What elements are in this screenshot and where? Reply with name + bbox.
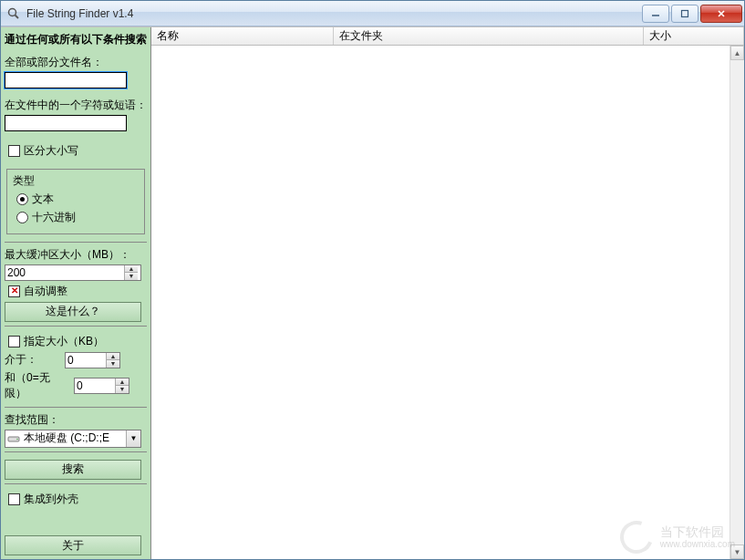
shell-checkbox[interactable] [8,493,20,505]
and-spinner[interactable]: ▲▼ [74,378,129,394]
vertical-scrollbar[interactable]: ▲ ▼ [729,46,744,559]
scroll-down-icon[interactable]: ▼ [730,544,744,559]
size-enable-row[interactable]: 指定大小（KB） [5,334,147,349]
filename-input[interactable] [5,72,127,88]
drive-icon [5,434,22,443]
autoadjust-checkbox[interactable]: ✕ [8,285,20,297]
whatis-button[interactable]: 这是什么？ [5,302,141,322]
minimize-button[interactable] [642,5,669,23]
and-arrows[interactable]: ▲▼ [115,379,129,393]
maximize-button[interactable] [671,5,698,23]
between-spinner[interactable]: ▲▼ [65,352,120,368]
buffer-arrows[interactable]: ▲▼ [124,265,138,280]
filename-label: 全部或部分文件名： [5,55,147,70]
svg-line-1 [16,15,19,18]
type-text-radio[interactable] [16,193,28,205]
shell-row[interactable]: 集成到外壳 [5,492,147,507]
window-title: File String Finder v1.4 [26,7,640,20]
between-label: 介于： [5,352,61,368]
type-fieldset: 类型 文本 十六进制 [6,169,145,234]
titlebar[interactable]: File String Finder v1.4 [1,1,744,26]
search-button[interactable]: 搜索 [5,460,141,480]
whatis-label: 这是什么？ [46,304,100,319]
col-folder[interactable]: 在文件夹 [334,27,644,45]
up-arrow-icon[interactable]: ▲ [125,265,138,274]
down-arrow-icon[interactable]: ▼ [116,386,129,393]
down-arrow-icon[interactable]: ▼ [107,360,119,368]
case-label: 区分大小写 [24,143,78,159]
type-hex-row[interactable]: 十六进制 [13,210,139,225]
case-checkbox[interactable] [8,145,20,157]
autoadjust-label: 自动调整 [24,284,67,299]
client-area: 通过任何或所有以下条件搜索 全部或部分文件名： 在文件中的一个字符或短语： 区分… [1,26,744,559]
about-label: 关于 [62,538,84,554]
svg-point-0 [9,8,16,16]
phrase-label: 在文件中的一个字符或短语： [5,98,147,113]
down-arrow-icon[interactable]: ▼ [125,273,138,280]
and-label: 和（0=无限） [5,370,70,401]
up-arrow-icon[interactable]: ▲ [107,353,119,361]
buffer-spinner[interactable]: ▲▼ [5,264,141,281]
buffer-input[interactable] [5,265,124,280]
scroll-up-icon[interactable]: ▲ [730,46,744,60]
watermark-url: www.downxia.com [660,539,735,549]
watermark-text: 当下软件园 [660,525,735,539]
size-enable-label: 指定大小（KB） [24,334,104,349]
type-legend: 类型 [13,173,139,189]
phrase-input[interactable] [5,115,127,131]
about-button[interactable]: 关于 [5,535,141,555]
type-text-row[interactable]: 文本 [13,192,139,207]
results-area: 名称 在文件夹 大小 ▲ ▼ 当下软件园 www.downxia.com [151,27,744,559]
size-enable-checkbox[interactable] [8,336,20,347]
results-list[interactable]: ▲ ▼ 当下软件园 www.downxia.com [151,46,744,559]
case-checkbox-row[interactable]: 区分大小写 [5,143,147,159]
app-window: File String Finder v1.4 通过任何或所有以下条件搜索 全部… [0,0,745,560]
scope-label: 查找范围： [5,412,147,428]
panel-title: 通过任何或所有以下条件搜索 [5,31,147,51]
up-arrow-icon[interactable]: ▲ [116,379,129,387]
type-hex-label: 十六进制 [32,210,76,225]
svg-point-7 [16,438,18,440]
buffer-label: 最大缓冲区大小（MB）： [5,247,147,263]
results-header: 名称 在文件夹 大小 [151,27,744,46]
scope-combo[interactable]: 本地硬盘 (C:;D:;E ▼ [5,430,141,448]
search-label: 搜索 [62,461,84,477]
svg-rect-3 [682,10,688,16]
scroll-track[interactable] [730,60,744,544]
col-size[interactable]: 大小 [644,27,744,45]
scope-value: 本地硬盘 (C:;D:;E [22,430,126,446]
type-hex-radio[interactable] [16,212,28,223]
type-text-label: 文本 [32,192,54,207]
scope-dropdown-icon[interactable]: ▼ [126,430,140,447]
autoadjust-row[interactable]: ✕ 自动调整 [5,284,147,299]
watermark-logo-icon [615,515,658,559]
between-arrows[interactable]: ▲▼ [106,353,119,368]
col-name[interactable]: 名称 [151,27,334,45]
shell-label: 集成到外壳 [24,492,78,507]
watermark: 当下软件园 www.downxia.com [620,521,735,554]
between-input[interactable] [66,353,106,368]
close-button[interactable] [700,5,742,23]
and-input[interactable] [75,379,115,393]
app-icon [6,6,21,21]
window-buttons [640,5,742,23]
search-panel: 通过任何或所有以下条件搜索 全部或部分文件名： 在文件中的一个字符或短语： 区分… [1,27,151,559]
